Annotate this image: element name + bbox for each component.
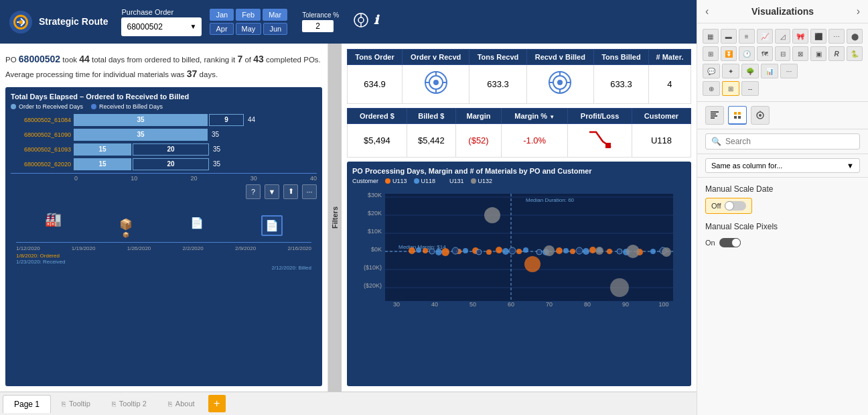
toggle-off-track bbox=[725, 201, 746, 211]
format-btn[interactable] bbox=[705, 106, 724, 125]
filters-sidebar[interactable]: Filters bbox=[328, 44, 342, 392]
viz-icon-area[interactable]: ◿ bbox=[775, 29, 791, 44]
tab-add-button[interactable]: + bbox=[208, 395, 226, 412]
svg-point-79 bbox=[617, 249, 622, 254]
viz-icon-decomp[interactable]: 🌳 bbox=[741, 64, 759, 78]
tab-tooltip2[interactable]: ⎘ Tooltip 2 bbox=[101, 396, 157, 412]
info-icon[interactable]: ℹ bbox=[374, 13, 378, 31]
th-tons-recvd[interactable]: Tons Recvd bbox=[469, 50, 526, 65]
export-btn[interactable]: ⬆ bbox=[283, 184, 298, 199]
th-recvd-billed[interactable]: Recvd v Billed bbox=[526, 50, 593, 65]
th-margin-pct[interactable]: Margin % ▼ bbox=[502, 109, 568, 124]
bar-label-4[interactable]: 68000502_62020 bbox=[11, 161, 71, 168]
bar-dark-4: 20 bbox=[133, 158, 209, 170]
viz-icon-card[interactable]: ▣ bbox=[810, 46, 826, 61]
timeline-dates: 1/12/20201/19/20201/26/20202/2/20202/9/2… bbox=[16, 242, 311, 251]
th-order-recvd[interactable]: Order v Recvd bbox=[403, 50, 469, 65]
search-icon: 🔍 bbox=[711, 137, 721, 146]
toggle-off-control[interactable]: Off bbox=[705, 198, 752, 214]
viz-icon-funnel[interactable]: ⏬ bbox=[721, 46, 737, 61]
viz-icon-stacked-bar[interactable]: ▦ bbox=[703, 29, 719, 44]
po-dropdown[interactable]: 68000502 ▼ bbox=[121, 17, 202, 36]
apr-btn[interactable]: Apr bbox=[210, 23, 233, 35]
summary-avg: 37 bbox=[187, 68, 198, 79]
svg-text:80: 80 bbox=[584, 301, 591, 308]
viz-icon-table[interactable]: ⊟ bbox=[775, 46, 791, 61]
viz-icon-more[interactable]: ··· bbox=[780, 64, 798, 78]
tab-page1-label: Page 1 bbox=[14, 400, 40, 409]
viz-icon-treemap[interactable]: ⊞ bbox=[703, 46, 719, 61]
legend-item-2: Received to Billed Days bbox=[91, 103, 163, 110]
filter-btn[interactable]: ▼ bbox=[265, 184, 279, 199]
dropdown-select[interactable]: Same as column for... ▼ bbox=[705, 158, 860, 173]
viz-icon-pie[interactable]: ⬤ bbox=[847, 29, 863, 44]
viz-icon-custom3[interactable]: -- bbox=[741, 81, 759, 96]
logo-icon bbox=[8, 9, 33, 35]
timeline-area: 🏭 📦 📦 📄 📄 bbox=[11, 204, 317, 275]
table-row: 634.9 bbox=[348, 65, 691, 104]
filter-icon[interactable] bbox=[354, 13, 368, 31]
bar-label-3[interactable]: 68000502_61093 bbox=[11, 146, 71, 153]
search-input[interactable] bbox=[725, 137, 854, 146]
th-tons-billed[interactable]: Tons Billed bbox=[593, 50, 648, 65]
viz-nav-left[interactable]: ‹ bbox=[705, 5, 709, 17]
viz-icons-grid: ▦ ▬ ≡ 📈 ◿ 🎀 ⬛ ⋯ ⬤ ⊞ ⏬ 🕐 🗺 ⊟ ⊠ ▣ R 🐍 bbox=[697, 23, 868, 102]
may-btn[interactable]: May bbox=[236, 23, 262, 35]
table-row: 68000502_61084 35 9 44 bbox=[11, 114, 317, 126]
viz-icon-python[interactable]: 🐍 bbox=[847, 46, 863, 61]
viz-icon-map[interactable]: 🗺 bbox=[757, 46, 773, 61]
timeline-icon-selected[interactable]: 📄 bbox=[261, 215, 283, 236]
th-ordered[interactable]: Ordered $ bbox=[348, 109, 407, 124]
viz-icon-kpi[interactable]: 📊 bbox=[761, 64, 778, 78]
th-billed[interactable]: Billed $ bbox=[407, 109, 455, 124]
viz-icon-gauge[interactable]: 🕐 bbox=[739, 46, 755, 61]
viz-icon-clustered[interactable]: ≡ bbox=[739, 29, 755, 44]
bar-label-1[interactable]: 68000502_61084 bbox=[11, 117, 71, 123]
svg-rect-91 bbox=[734, 112, 737, 115]
summary-rank: 7 bbox=[237, 54, 242, 64]
tolerance-value[interactable]: 2 bbox=[302, 20, 334, 32]
th-profit-loss[interactable]: Profit/Loss bbox=[568, 109, 632, 124]
summary-of: 43 bbox=[253, 54, 264, 64]
td-margin-pct: -1.0% bbox=[502, 124, 568, 158]
th-customer[interactable]: Customer bbox=[632, 109, 691, 124]
viz-icon-custom2[interactable]: ⊞ bbox=[722, 81, 739, 96]
bar-label-2[interactable]: 68000502_61090 bbox=[11, 131, 71, 138]
viz-icon-qa[interactable]: 💬 bbox=[703, 64, 720, 78]
mar-btn[interactable]: Mar bbox=[263, 9, 287, 21]
svg-text:100: 100 bbox=[658, 301, 668, 308]
receive-label: 📦 bbox=[123, 232, 129, 238]
viz-icon-r[interactable]: R bbox=[828, 46, 845, 61]
viz-icon-ribbon[interactable]: 🎀 bbox=[792, 29, 808, 44]
feb-btn[interactable]: Feb bbox=[236, 9, 261, 21]
toggle-on-control[interactable]: On bbox=[705, 235, 860, 250]
tab-page1[interactable]: Page 1 bbox=[3, 395, 51, 413]
th-tons-order[interactable]: Tons Order bbox=[348, 50, 403, 65]
toggle-off-thumb bbox=[725, 201, 734, 211]
viz-nav-right[interactable]: › bbox=[857, 5, 860, 17]
th-mater[interactable]: # Mater. bbox=[648, 50, 691, 65]
viz-icon-smart[interactable]: ✦ bbox=[722, 64, 739, 78]
svg-rect-21 bbox=[605, 143, 611, 148]
svg-point-74 bbox=[452, 247, 459, 254]
billed-date: 2/12/2020: Billed bbox=[16, 265, 311, 271]
viz-icon-matrix[interactable]: ⊠ bbox=[792, 46, 808, 61]
jun-btn[interactable]: Jun bbox=[263, 23, 287, 35]
jan-btn[interactable]: Jan bbox=[210, 9, 234, 21]
viz-icon-line[interactable]: 📈 bbox=[757, 29, 773, 44]
tab-tooltip[interactable]: ⎘ Tooltip bbox=[51, 396, 101, 412]
field-btn[interactable] bbox=[728, 106, 747, 125]
svg-point-72 bbox=[650, 249, 656, 254]
viz-icon-waterfall[interactable]: ⬛ bbox=[810, 29, 826, 44]
help-btn[interactable]: ? bbox=[246, 184, 261, 199]
bar-light-3: 15 bbox=[74, 143, 131, 156]
viz-icon-custom1[interactable]: ⊕ bbox=[703, 81, 720, 96]
more-btn[interactable]: ··· bbox=[302, 184, 317, 199]
analytics-btn[interactable] bbox=[751, 106, 770, 125]
bar-dark-1: 9 bbox=[209, 114, 244, 126]
viz-icon-scatter[interactable]: ⋯ bbox=[828, 29, 845, 44]
viz-icon-bar[interactable]: ▬ bbox=[721, 29, 737, 44]
table-row: 68000502_62020 15 20 35 bbox=[11, 158, 317, 170]
tab-about[interactable]: ⎘ About bbox=[157, 396, 206, 412]
th-margin[interactable]: Margin bbox=[455, 109, 501, 124]
